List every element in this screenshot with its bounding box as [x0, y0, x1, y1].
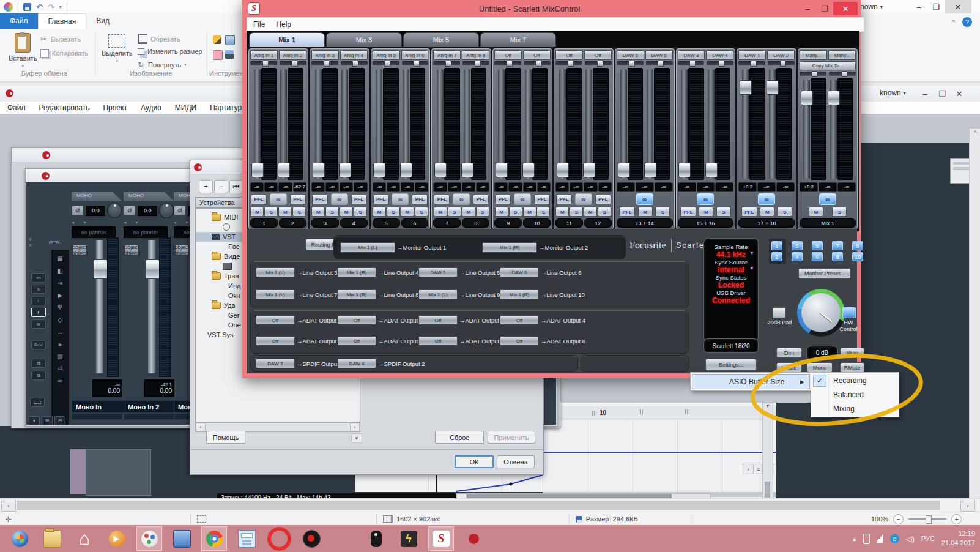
monitor-preset-button[interactable]: Monitor Preset... [798, 268, 851, 279]
pan-knob[interactable] [159, 203, 174, 218]
solo-button[interactable]: S [354, 207, 367, 217]
solo-button[interactable]: S [598, 207, 611, 217]
minimize-button[interactable]: – [916, 87, 934, 100]
left-mute-button[interactable]: LMute [776, 362, 802, 373]
gain-display[interactable]: 0.0 [86, 206, 106, 216]
routing-view-button[interactable]: ⊏⊐ [30, 398, 45, 407]
stereo-link-button[interactable]: ∞ [270, 193, 287, 205]
right-mute-button[interactable]: RMute [840, 362, 864, 373]
eraser-icon[interactable] [213, 50, 223, 60]
chevron-down-icon[interactable]: ▾ [904, 91, 906, 96]
mute-button[interactable]: M [495, 207, 508, 217]
pfl-button[interactable]: PFL [741, 207, 757, 217]
submenu-item[interactable]: ✓ Recording [811, 373, 899, 387]
channel-button[interactable]: [object Object] [125, 245, 138, 255]
solo-button[interactable]: S [716, 207, 731, 217]
paint-horizontal-scrollbar[interactable]: ‹ › [0, 498, 980, 512]
channel-fader[interactable] [525, 69, 532, 179]
routing-source-button[interactable]: DAW 4 [337, 359, 376, 368]
channel-fader[interactable] [647, 69, 653, 179]
channel-fader[interactable] [280, 69, 287, 179]
channel-fader[interactable] [315, 69, 322, 179]
copy-mix-button[interactable]: Copy Mix To... [800, 61, 856, 70]
cancel-button[interactable]: Отмена [497, 455, 535, 468]
monitor-output-button[interactable]: 1 [771, 241, 782, 250]
monitor-output-button[interactable]: 3 [792, 241, 803, 250]
channel-fader[interactable] [254, 69, 261, 179]
monitor-output-button[interactable]: 4 [792, 252, 803, 261]
channel-source-button[interactable]: Anlg In 3 [311, 50, 339, 60]
channel-fader[interactable] [96, 240, 103, 373]
device-list-button[interactable]: − [214, 180, 228, 193]
mix-tab[interactable]: Mix 1 [249, 32, 325, 47]
pan-slider[interactable] [800, 72, 826, 76]
zoom-slider[interactable] [908, 518, 946, 520]
channel-source-button[interactable]: DAW 3 [678, 50, 705, 60]
sample-rate-value[interactable]: 44.1 kHz▼ [705, 250, 757, 259]
scrollbar-thumb[interactable] [17, 501, 940, 510]
routing-source-button[interactable]: DAW 6 [500, 267, 539, 277]
channel-source-button[interactable]: Anlg In 2 [279, 50, 306, 60]
channel-fader[interactable] [403, 69, 409, 179]
tab-file[interactable]: Файл [0, 13, 38, 29]
monitor-output-button[interactable]: 7 [832, 241, 843, 250]
menu-item[interactable]: Редактировать [39, 103, 90, 112]
channel-fader[interactable] [437, 69, 444, 179]
gain-display[interactable]: 0.0 [138, 206, 158, 216]
routing-source-button[interactable]: Mix 1 (R) [337, 267, 376, 277]
mute-button[interactable]: M [311, 207, 325, 217]
taskbar-icon[interactable] [136, 526, 162, 551]
taskbar-icon[interactable] [234, 526, 259, 551]
channel-source-button[interactable]: Anlg In 4 [340, 50, 368, 60]
pan-slider[interactable] [829, 72, 856, 76]
scroll-left-arrow[interactable]: › [743, 464, 754, 474]
pfl-button[interactable]: PFL [351, 195, 367, 204]
redo-icon[interactable]: ↷ [48, 3, 54, 11]
tab-home[interactable]: Главная [38, 13, 87, 29]
channel-fader[interactable] [148, 240, 155, 373]
routing-source-button[interactable]: Off [337, 315, 376, 325]
solo-button[interactable]: S [536, 207, 550, 217]
chevron-down-icon[interactable]: ▾ [880, 4, 883, 10]
mixer-bottom-button[interactable]: ⊞ [42, 416, 53, 425]
channel-source-button[interactable]: Anlg In 8 [462, 50, 489, 60]
menu-item[interactable]: Партитура [210, 103, 246, 112]
pan-slider[interactable] [617, 61, 644, 65]
track-name[interactable]: Моно In [72, 400, 127, 413]
apply-button[interactable]: Применить [488, 431, 535, 444]
solo-button[interactable]: S [476, 207, 489, 217]
phase-button[interactable]: Ø [124, 206, 136, 216]
routing-source-button[interactable]: Mix 1 (R) [337, 289, 376, 299]
pan-arrows[interactable]: ◂ ▾ [124, 220, 174, 225]
monitor-output-button[interactable]: 10 [852, 252, 863, 261]
stereo-link-button[interactable]: ∞ [697, 193, 714, 205]
pfl-button[interactable]: PFL [495, 195, 511, 204]
tray-expand-icon[interactable]: ▴ [853, 535, 856, 543]
taskbar-icon[interactable] [363, 526, 389, 551]
zoom-in-button[interactable]: + [951, 514, 962, 524]
taskbar-icon[interactable] [461, 526, 486, 551]
stereo-link-button[interactable]: ∞ [514, 193, 531, 205]
phase-button[interactable]: Ø [174, 206, 186, 216]
clock[interactable]: 12:1921.04.2017 [941, 529, 975, 548]
solo-button[interactable]: S [655, 207, 670, 217]
channel-source-button[interactable]: DAW 1 [738, 50, 766, 60]
toolbar-icon[interactable]: ⇥ [58, 280, 62, 286]
taskbar-icon[interactable]: S [428, 526, 454, 551]
channel-fader[interactable] [830, 80, 837, 179]
taskbar-icon[interactable] [39, 526, 65, 551]
mute-button[interactable]: M [340, 207, 353, 217]
pan-slider[interactable] [250, 61, 277, 65]
solo-button[interactable]: S [387, 207, 400, 217]
collapse-arrows[interactable]: ˅˄ [29, 236, 32, 248]
pfl-button[interactable]: PFL [412, 195, 428, 204]
monitor-output-button[interactable]: 9 [852, 241, 863, 250]
submenu-item[interactable]: ✓ Mixing [811, 401, 899, 416]
scarlett-titlebar[interactable]: S Untitled - Scarlett MixControl – ❐ ✕ [242, 0, 861, 17]
close-button[interactable]: ✕ [951, 87, 968, 100]
channel-fader[interactable] [341, 69, 348, 179]
ok-button[interactable]: ОК [455, 455, 494, 468]
mixer-view-button[interactable]: w [31, 319, 46, 329]
solo-button[interactable]: S [570, 207, 583, 217]
stereo-link-button[interactable]: ∞ [819, 193, 836, 205]
